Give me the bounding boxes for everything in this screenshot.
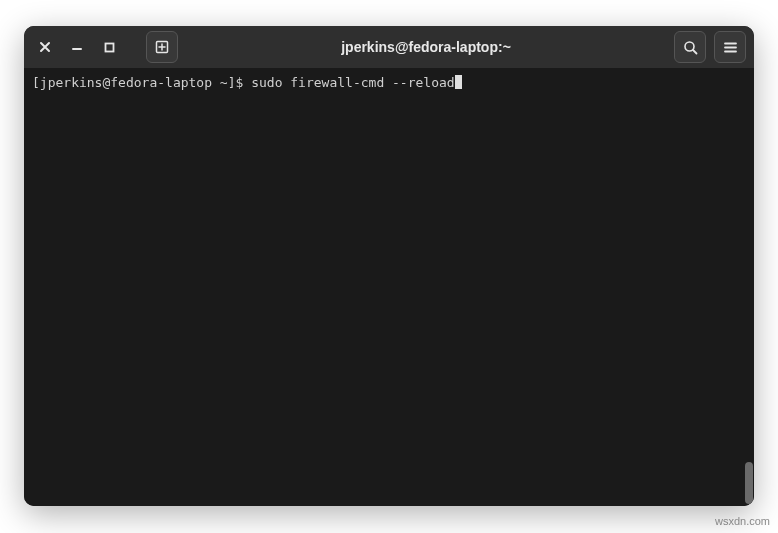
header-actions: [674, 31, 746, 63]
close-icon: [39, 41, 51, 53]
scrollbar-thumb[interactable]: [745, 462, 753, 504]
svg-rect-0: [105, 43, 113, 51]
watermark: wsxdn.com: [715, 515, 770, 527]
new-tab-button[interactable]: [146, 31, 178, 63]
maximize-button[interactable]: [102, 40, 116, 54]
close-button[interactable]: [38, 40, 52, 54]
search-button[interactable]: [674, 31, 706, 63]
terminal-line: [jperkins@fedora-laptop ~]$ sudo firewal…: [32, 74, 746, 92]
shell-prompt: [jperkins@fedora-laptop ~]$: [32, 75, 251, 90]
window-controls: [32, 31, 178, 63]
minimize-button[interactable]: [70, 40, 84, 54]
search-icon: [683, 40, 698, 55]
maximize-icon: [104, 42, 115, 53]
shell-command: sudo firewall-cmd --reload: [251, 75, 455, 90]
new-tab-icon: [154, 39, 170, 55]
window-title: jperkins@fedora-laptop:~: [184, 39, 668, 55]
minimize-icon: [71, 41, 83, 53]
title-bar: jperkins@fedora-laptop:~: [24, 26, 754, 68]
hamburger-icon: [723, 40, 738, 55]
terminal-content[interactable]: [jperkins@fedora-laptop ~]$ sudo firewal…: [24, 68, 754, 506]
terminal-window: jperkins@fedora-laptop:~ [jperkin: [24, 26, 754, 506]
menu-button[interactable]: [714, 31, 746, 63]
terminal-cursor: [455, 75, 462, 89]
